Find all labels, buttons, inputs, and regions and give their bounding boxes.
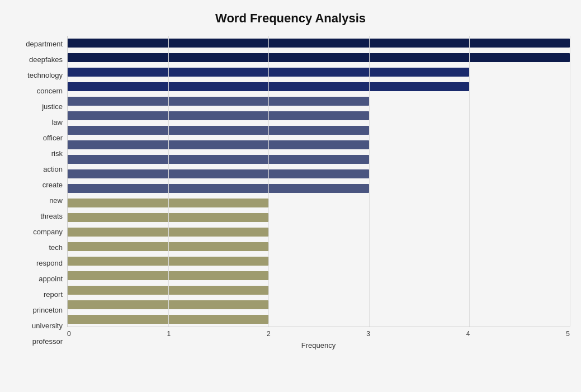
bar-row <box>68 268 570 283</box>
bar-row <box>68 94 570 108</box>
y-label: concern <box>37 87 63 95</box>
grid-line <box>268 36 269 327</box>
y-label: officer <box>43 134 63 141</box>
y-label: deepfakes <box>29 56 63 63</box>
x-axis: 012345 <box>67 327 570 338</box>
bar-row <box>68 225 570 239</box>
grid-line <box>570 36 570 327</box>
x-tick: 0 <box>67 330 71 338</box>
y-label: technology <box>27 72 63 79</box>
bar-row <box>68 254 570 268</box>
bars-and-x: 012345 Frequency <box>67 36 570 350</box>
bar <box>68 155 369 163</box>
bar-row <box>68 210 570 225</box>
y-label: department <box>26 40 63 48</box>
bar-row <box>68 152 570 167</box>
bar-row <box>68 312 570 327</box>
y-label: create <box>42 181 63 188</box>
bar-row <box>68 36 570 50</box>
chart-area: departmentdeepfakestechnologyconcernjust… <box>11 36 570 350</box>
y-axis-labels: departmentdeepfakestechnologyconcernjust… <box>11 36 67 350</box>
bar <box>68 39 570 47</box>
chart-title: Word Frequency Analysis <box>11 11 570 26</box>
chart-container: Word Frequency Analysis departmentdeepfa… <box>0 0 581 392</box>
bar-row <box>68 167 570 181</box>
bar-row <box>68 181 570 196</box>
grid-line <box>168 36 169 327</box>
bar <box>68 53 570 62</box>
bar-row <box>68 123 570 138</box>
bar <box>68 126 369 134</box>
x-tick: 1 <box>167 330 171 338</box>
bar <box>68 111 369 120</box>
bar-row <box>68 50 570 65</box>
x-tick: 2 <box>267 330 271 338</box>
x-tick: 3 <box>366 330 370 338</box>
y-label: university <box>32 322 63 329</box>
bar-row <box>68 297 570 312</box>
y-label: threats <box>40 212 63 220</box>
bar <box>68 97 369 105</box>
grid-line <box>469 36 470 327</box>
y-label: appoint <box>39 275 63 282</box>
y-label: new <box>49 197 63 204</box>
y-label: risk <box>51 150 63 157</box>
x-tick: 4 <box>466 330 470 338</box>
y-label: tech <box>49 244 63 251</box>
bar-row <box>68 196 570 210</box>
y-label: professor <box>32 338 63 345</box>
bar-row <box>68 239 570 254</box>
grid-line <box>369 36 370 327</box>
bars-area <box>67 36 570 327</box>
y-label: justice <box>42 103 63 110</box>
y-label: company <box>33 228 63 235</box>
bar <box>68 140 369 149</box>
bar-row <box>68 79 570 94</box>
bar-row <box>68 283 570 297</box>
bar-row <box>68 138 570 152</box>
y-label: report <box>44 291 63 298</box>
y-label: law <box>51 119 63 126</box>
y-label: princeton <box>33 306 63 314</box>
bar-row <box>68 108 570 123</box>
x-axis-label: Frequency <box>67 341 570 350</box>
bar <box>68 169 369 178</box>
y-label: respond <box>36 259 63 267</box>
y-label: action <box>43 166 63 173</box>
x-tick: 5 <box>566 330 570 338</box>
bar <box>68 184 369 192</box>
bar-row <box>68 65 570 79</box>
